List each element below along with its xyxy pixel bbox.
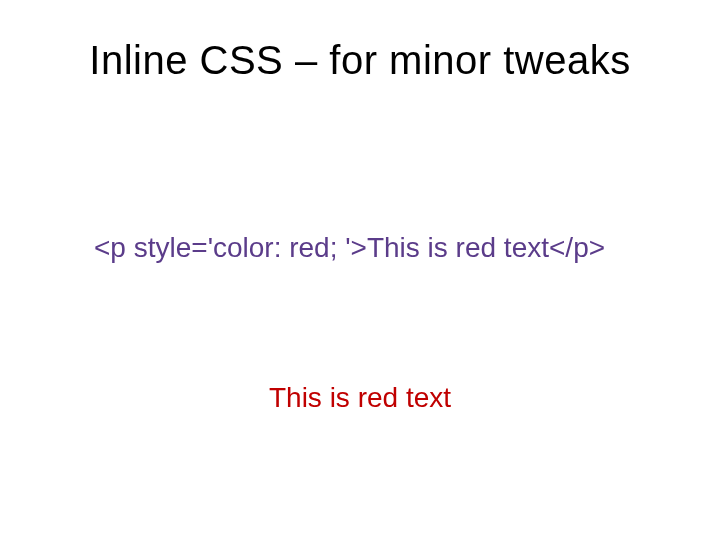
rendered-output: This is red text <box>0 382 720 414</box>
slide-title: Inline CSS – for minor tweaks <box>0 38 720 83</box>
code-example: <p style='color: red; '>This is red text… <box>94 232 605 264</box>
